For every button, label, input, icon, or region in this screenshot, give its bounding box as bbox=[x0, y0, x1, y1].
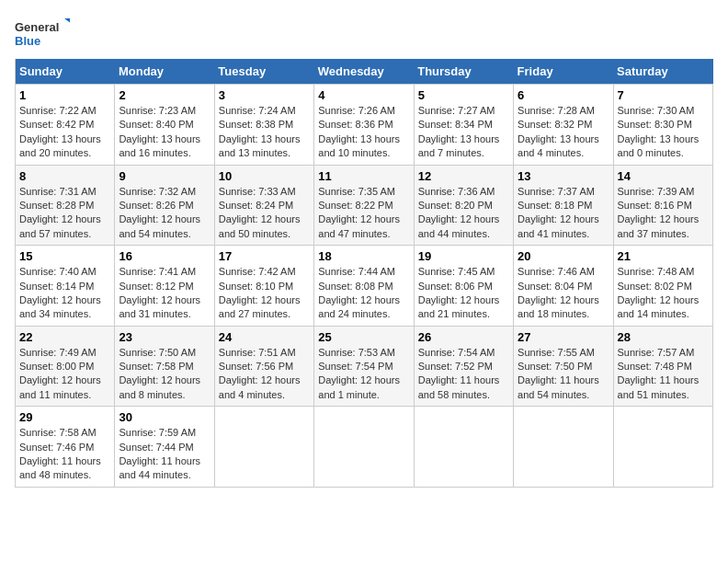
day-number: 11 bbox=[318, 169, 409, 183]
sunrise-label: Sunrise: 7:30 AM bbox=[618, 105, 695, 116]
sunrise-label: Sunrise: 7:36 AM bbox=[418, 186, 495, 197]
calendar-cell: 24 Sunrise: 7:51 AM Sunset: 7:56 PM Dayl… bbox=[214, 326, 313, 407]
daylight-label: Daylight: 12 hours and 44 minutes. bbox=[418, 213, 500, 238]
day-number: 30 bbox=[119, 410, 210, 424]
sunset-label: Sunset: 8:06 PM bbox=[418, 281, 493, 292]
calendar-cell: 20 Sunrise: 7:46 AM Sunset: 8:04 PM Dayl… bbox=[514, 246, 613, 327]
day-info: Sunrise: 7:40 AM Sunset: 8:14 PM Dayligh… bbox=[19, 265, 110, 322]
daylight-label: Daylight: 11 hours and 51 minutes. bbox=[618, 374, 700, 399]
day-number: 13 bbox=[518, 169, 609, 183]
day-number: 28 bbox=[618, 330, 709, 344]
calendar-cell: 6 Sunrise: 7:28 AM Sunset: 8:32 PM Dayli… bbox=[514, 85, 613, 166]
calendar-cell: 13 Sunrise: 7:37 AM Sunset: 8:18 PM Dayl… bbox=[514, 165, 613, 246]
day-number: 18 bbox=[318, 249, 409, 263]
sunrise-label: Sunrise: 7:31 AM bbox=[19, 186, 97, 197]
sunset-label: Sunset: 8:02 PM bbox=[618, 281, 692, 292]
daylight-label: Daylight: 12 hours and 24 minutes. bbox=[318, 294, 400, 319]
daylight-label: Daylight: 12 hours and 34 minutes. bbox=[19, 294, 101, 319]
day-info: Sunrise: 7:46 AM Sunset: 8:04 PM Dayligh… bbox=[518, 265, 609, 322]
day-info: Sunrise: 7:30 AM Sunset: 8:30 PM Dayligh… bbox=[618, 104, 709, 161]
sunrise-label: Sunrise: 7:49 AM bbox=[19, 347, 97, 358]
daylight-label: Daylight: 12 hours and 31 minutes. bbox=[119, 294, 200, 319]
day-number: 3 bbox=[219, 88, 310, 102]
sunset-label: Sunset: 8:24 PM bbox=[219, 200, 293, 211]
day-number: 8 bbox=[19, 169, 110, 183]
sunset-label: Sunset: 8:34 PM bbox=[418, 119, 493, 130]
sunset-label: Sunset: 8:18 PM bbox=[518, 200, 592, 211]
calendar-cell: 27 Sunrise: 7:55 AM Sunset: 7:50 PM Dayl… bbox=[514, 326, 613, 407]
calendar-cell: 18 Sunrise: 7:44 AM Sunset: 8:08 PM Dayl… bbox=[314, 246, 414, 327]
day-info: Sunrise: 7:59 AM Sunset: 7:44 PM Dayligh… bbox=[119, 426, 210, 483]
day-info: Sunrise: 7:36 AM Sunset: 8:20 PM Dayligh… bbox=[418, 185, 509, 242]
calendar-cell: 22 Sunrise: 7:49 AM Sunset: 8:00 PM Dayl… bbox=[16, 326, 115, 407]
day-info: Sunrise: 7:50 AM Sunset: 7:58 PM Dayligh… bbox=[119, 346, 210, 403]
daylight-label: Daylight: 12 hours and 57 minutes. bbox=[19, 213, 101, 238]
sunset-label: Sunset: 7:58 PM bbox=[119, 361, 193, 372]
daylight-label: Daylight: 13 hours and 4 minutes. bbox=[518, 133, 599, 158]
day-info: Sunrise: 7:33 AM Sunset: 8:24 PM Dayligh… bbox=[219, 185, 310, 242]
day-number: 12 bbox=[418, 169, 509, 183]
day-number: 7 bbox=[618, 88, 709, 102]
weekday-header: Sunday bbox=[16, 59, 115, 85]
daylight-label: Daylight: 11 hours and 54 minutes. bbox=[518, 374, 599, 399]
day-number: 5 bbox=[418, 88, 509, 102]
sunrise-label: Sunrise: 7:45 AM bbox=[418, 266, 495, 277]
day-number: 26 bbox=[418, 330, 509, 344]
day-info: Sunrise: 7:54 AM Sunset: 7:52 PM Dayligh… bbox=[418, 346, 509, 403]
day-number: 27 bbox=[518, 330, 609, 344]
sunrise-label: Sunrise: 7:41 AM bbox=[119, 266, 196, 277]
calendar-cell: 29 Sunrise: 7:58 AM Sunset: 7:46 PM Dayl… bbox=[16, 407, 115, 488]
sunset-label: Sunset: 7:48 PM bbox=[618, 361, 692, 372]
day-number: 4 bbox=[318, 88, 409, 102]
day-info: Sunrise: 7:42 AM Sunset: 8:10 PM Dayligh… bbox=[219, 265, 310, 322]
sunrise-label: Sunrise: 7:35 AM bbox=[318, 186, 395, 197]
sunrise-label: Sunrise: 7:23 AM bbox=[119, 105, 196, 116]
daylight-label: Daylight: 13 hours and 20 minutes. bbox=[19, 133, 101, 158]
day-info: Sunrise: 7:27 AM Sunset: 8:34 PM Dayligh… bbox=[418, 104, 509, 161]
weekday-header: Wednesday bbox=[314, 59, 414, 85]
daylight-label: Daylight: 12 hours and 50 minutes. bbox=[219, 213, 301, 238]
page-header: General Blue bbox=[15, 15, 713, 52]
sunset-label: Sunset: 7:50 PM bbox=[518, 361, 592, 372]
sunset-label: Sunset: 8:28 PM bbox=[19, 200, 94, 211]
sunrise-label: Sunrise: 7:59 AM bbox=[119, 427, 196, 438]
weekday-header: Monday bbox=[115, 59, 214, 85]
sunset-label: Sunset: 7:52 PM bbox=[418, 361, 493, 372]
weekday-header: Thursday bbox=[414, 59, 513, 85]
day-info: Sunrise: 7:45 AM Sunset: 8:06 PM Dayligh… bbox=[418, 265, 509, 322]
sunrise-label: Sunrise: 7:44 AM bbox=[318, 266, 395, 277]
day-number: 9 bbox=[119, 169, 210, 183]
sunset-label: Sunset: 7:44 PM bbox=[119, 442, 193, 453]
sunset-label: Sunset: 8:10 PM bbox=[219, 281, 293, 292]
sunset-label: Sunset: 8:30 PM bbox=[618, 119, 692, 130]
calendar-week-row: 1 Sunrise: 7:22 AM Sunset: 8:42 PM Dayli… bbox=[16, 85, 713, 166]
daylight-label: Daylight: 13 hours and 7 minutes. bbox=[418, 133, 500, 158]
calendar-cell: 9 Sunrise: 7:32 AM Sunset: 8:26 PM Dayli… bbox=[115, 165, 214, 246]
calendar-header-row: SundayMondayTuesdayWednesdayThursdayFrid… bbox=[16, 59, 713, 85]
day-number: 19 bbox=[418, 249, 509, 263]
calendar-cell: 10 Sunrise: 7:33 AM Sunset: 8:24 PM Dayl… bbox=[214, 165, 313, 246]
calendar-cell: 15 Sunrise: 7:40 AM Sunset: 8:14 PM Dayl… bbox=[16, 246, 115, 327]
calendar-cell: 8 Sunrise: 7:31 AM Sunset: 8:28 PM Dayli… bbox=[16, 165, 115, 246]
sunset-label: Sunset: 8:12 PM bbox=[119, 281, 193, 292]
day-info: Sunrise: 7:28 AM Sunset: 8:32 PM Dayligh… bbox=[518, 104, 609, 161]
day-number: 22 bbox=[19, 330, 110, 344]
sunset-label: Sunset: 8:00 PM bbox=[19, 361, 94, 372]
day-number: 1 bbox=[19, 88, 110, 102]
day-info: Sunrise: 7:32 AM Sunset: 8:26 PM Dayligh… bbox=[119, 185, 210, 242]
day-number: 6 bbox=[518, 88, 609, 102]
day-number: 10 bbox=[219, 169, 310, 183]
daylight-label: Daylight: 12 hours and 1 minute. bbox=[318, 374, 400, 399]
calendar-table: SundayMondayTuesdayWednesdayThursdayFrid… bbox=[15, 59, 713, 488]
calendar-cell bbox=[514, 407, 613, 488]
sunset-label: Sunset: 8:04 PM bbox=[518, 281, 592, 292]
sunrise-label: Sunrise: 7:42 AM bbox=[219, 266, 296, 277]
calendar-body: 1 Sunrise: 7:22 AM Sunset: 8:42 PM Dayli… bbox=[16, 85, 713, 488]
calendar-cell: 19 Sunrise: 7:45 AM Sunset: 8:06 PM Dayl… bbox=[414, 246, 513, 327]
daylight-label: Daylight: 12 hours and 54 minutes. bbox=[119, 213, 200, 238]
calendar-cell: 3 Sunrise: 7:24 AM Sunset: 8:38 PM Dayli… bbox=[214, 85, 313, 166]
day-number: 20 bbox=[518, 249, 609, 263]
svg-text:Blue: Blue bbox=[15, 34, 40, 48]
day-info: Sunrise: 7:48 AM Sunset: 8:02 PM Dayligh… bbox=[618, 265, 709, 322]
sunset-label: Sunset: 8:38 PM bbox=[219, 119, 293, 130]
